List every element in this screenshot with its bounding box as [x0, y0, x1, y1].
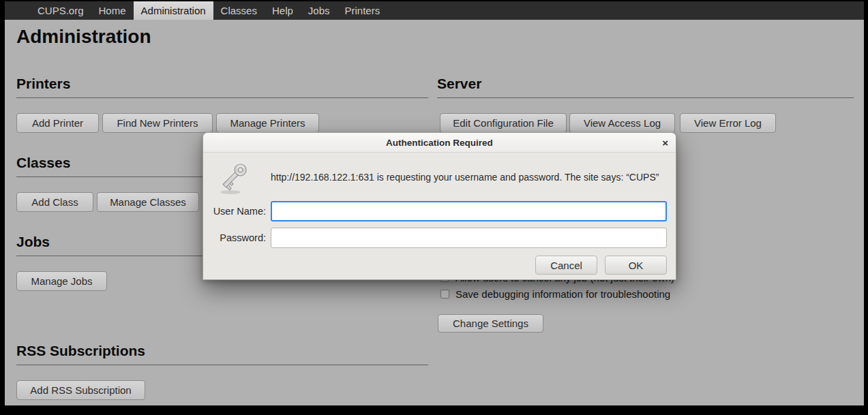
printers-underline	[16, 97, 428, 98]
manage-printers-button[interactable]: Manage Printers	[216, 113, 319, 133]
auth-message: http://192.168.122.1:631 is requesting y…	[271, 172, 670, 183]
close-icon[interactable]: ×	[662, 133, 668, 153]
add-class-button[interactable]: Add Class	[16, 192, 93, 212]
rss-subscriptions-heading: RSS Subscriptions	[16, 343, 145, 359]
cancel-button[interactable]: Cancel	[535, 256, 597, 275]
nav-item-home[interactable]: Home	[91, 1, 134, 20]
edit-configuration-file-button[interactable]: Edit Configuration File	[440, 113, 567, 133]
change-settings-button[interactable]: Change Settings	[438, 314, 543, 333]
save-debugging-label: Save debugging information for troublesh…	[455, 288, 670, 300]
nav-item-jobs[interactable]: Jobs	[301, 1, 338, 20]
manage-classes-button[interactable]: Manage Classes	[97, 192, 199, 212]
server-underline	[437, 97, 854, 98]
username-label: User Name:	[206, 201, 266, 221]
password-input[interactable]	[271, 228, 667, 248]
username-input[interactable]	[271, 201, 667, 221]
nav-item-classes[interactable]: Classes	[213, 1, 265, 20]
nav-item-cups-org[interactable]: CUPS.org	[30, 1, 91, 20]
app-window: CUPS.org Home Administration Classes Hel…	[0, 0, 868, 415]
auth-dialog-titlebar: Authentication Required ×	[203, 133, 676, 153]
add-printer-button[interactable]: Add Printer	[16, 113, 99, 133]
rss-underline	[16, 365, 428, 365]
auth-dialog-title: Authentication Required	[386, 138, 493, 148]
ok-button[interactable]: OK	[605, 256, 667, 275]
find-new-printers-button[interactable]: Find New Printers	[102, 113, 213, 133]
page-title: Administration	[16, 26, 151, 48]
printers-heading: Printers	[16, 76, 70, 92]
save-debugging-checkbox[interactable]	[440, 290, 449, 298]
top-navbar: CUPS.org Home Administration Classes Hel…	[5, 1, 864, 20]
add-rss-subscription-button[interactable]: Add RSS Subscription	[16, 380, 145, 400]
auth-dialog: Authentication Required ×	[203, 132, 676, 280]
key-icon	[218, 161, 249, 198]
nav-item-administration[interactable]: Administration	[134, 1, 213, 20]
server-heading: Server	[437, 76, 481, 92]
view-access-log-button[interactable]: View Access Log	[569, 113, 675, 133]
nav-item-printers[interactable]: Printers	[338, 1, 388, 20]
classes-heading: Classes	[16, 155, 70, 171]
save-debugging-row: Save debugging information for troublesh…	[440, 288, 670, 300]
view-error-log-button[interactable]: View Error Log	[680, 113, 776, 133]
jobs-heading: Jobs	[16, 234, 50, 250]
nav-item-help[interactable]: Help	[265, 1, 301, 20]
manage-jobs-button[interactable]: Manage Jobs	[16, 271, 107, 291]
password-label: Password:	[206, 228, 266, 248]
